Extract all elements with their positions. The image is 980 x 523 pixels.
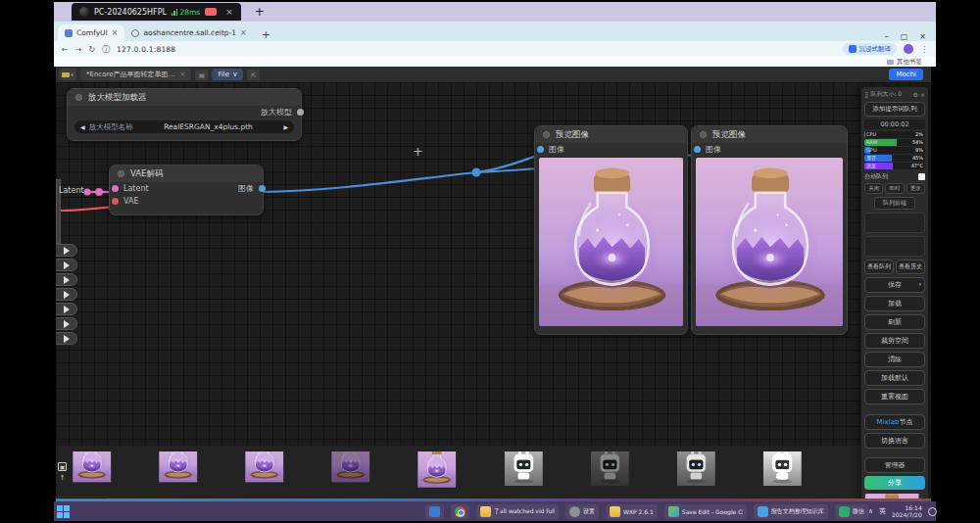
- node-vae-decode[interactable]: VAE解码 Latent VAE 图像: [109, 165, 264, 215]
- load-button[interactable]: 加载: [864, 296, 925, 311]
- reload-icon[interactable]: ↻: [88, 45, 95, 54]
- input-slot-icon[interactable]: [537, 146, 544, 153]
- feed-thumbnail[interactable]: [760, 452, 813, 493]
- mixlab-nodes-button[interactable]: Mixlab节点: [864, 414, 925, 430]
- collapse-dot-icon[interactable]: [700, 131, 707, 138]
- input-slot-icon[interactable]: [694, 146, 701, 153]
- collapse-dot-icon[interactable]: [543, 131, 550, 138]
- url-text[interactable]: 127.0.0.1:8188: [117, 45, 175, 54]
- gear-icon[interactable]: ⚙: [913, 91, 918, 98]
- output-slot-icon[interactable]: [259, 185, 266, 192]
- start-button[interactable]: [57, 505, 70, 518]
- queue-prompt-button[interactable]: 添加提示词队列: [864, 102, 925, 117]
- feed-thumbnail[interactable]: [243, 452, 296, 493]
- feed-thumbnail[interactable]: [588, 452, 641, 493]
- workspace-folder-button[interactable]: ▾: [59, 69, 76, 80]
- taskbar-item-app[interactable]: [425, 504, 444, 519]
- site-info-icon[interactable]: ⓘ: [102, 44, 110, 55]
- workflow-tab[interactable]: *Encore产品早图转定单图… ×: [80, 69, 191, 80]
- widget-stub[interactable]: [56, 317, 77, 330]
- view-queue-button[interactable]: 查看队列: [864, 260, 894, 274]
- window-close-button[interactable]: ×: [919, 32, 926, 41]
- remote-tab-close-icon[interactable]: ×: [225, 7, 233, 17]
- widget-stub[interactable]: [56, 273, 77, 286]
- taskbar-item-docs[interactable]: 报告文档整理知识库: [754, 504, 828, 519]
- browser-new-tab-button[interactable]: +: [262, 28, 270, 41]
- taskbar-item-wechat[interactable]: 微信: [835, 504, 868, 519]
- auto-queue-mode-off[interactable]: 关闭: [864, 183, 883, 194]
- remote-new-tab-button[interactable]: +: [255, 5, 265, 19]
- auto-queue-mode-instant[interactable]: 即时: [885, 183, 904, 194]
- input-slot-icon[interactable]: [112, 185, 119, 192]
- model-name-widget[interactable]: ◀ 放大模型名称 RealESRGAN_x4plus.pth ▶: [74, 120, 294, 133]
- taskbar-item-settings[interactable]: 设置: [565, 504, 599, 519]
- workflow-tab-close-icon[interactable]: ×: [180, 71, 186, 78]
- tray-expand-icon[interactable]: ∧: [868, 507, 873, 515]
- bookmark-icon[interactable]: ▤: [195, 70, 208, 80]
- widget-stub[interactable]: [56, 244, 77, 257]
- taskbar-item-wxp[interactable]: WXP 2.6.1: [606, 504, 658, 519]
- file-menu-button[interactable]: File∨: [212, 69, 243, 80]
- refresh-button[interactable]: 刷新: [864, 314, 925, 330]
- forward-icon[interactable]: →: [75, 45, 82, 54]
- node-upscale-model-loader[interactable]: 放大模型加载器 放大模型 ◀ 放大模型名称 RealESRGAN_x4plus.…: [67, 88, 302, 141]
- browser-menu-icon[interactable]: ⋮: [920, 45, 928, 54]
- clear-button[interactable]: 清除: [864, 352, 925, 367]
- taskbar-item-save-edit[interactable]: Save Edit - Google Chro...: [664, 504, 747, 519]
- taskbar-clock[interactable]: 16:14 2024/7/20: [892, 504, 922, 519]
- node-preview-image-1[interactable]: 预览图像 图像: [534, 125, 688, 335]
- extension-pill[interactable]: 沉浸式翻译: [843, 43, 898, 55]
- other-bookmarks-button[interactable]: 其他书签: [887, 58, 936, 67]
- switch-language-button[interactable]: 切换语言: [864, 433, 925, 449]
- widget-stub[interactable]: [56, 259, 77, 271]
- feed-thumbnail[interactable]: [71, 452, 123, 493]
- feed-thumbnail[interactable]: [674, 452, 727, 493]
- collapse-dot-icon[interactable]: [75, 94, 82, 101]
- auto-queue-checkbox[interactable]: [918, 173, 925, 180]
- widget-stub[interactable]: [56, 288, 77, 301]
- mochi-button[interactable]: Mochi: [889, 69, 923, 80]
- next-arrow-icon[interactable]: ▶: [283, 123, 288, 130]
- feed-thumbnail[interactable]: [329, 452, 382, 493]
- view-history-button[interactable]: 查看历史: [896, 260, 925, 274]
- widget-stub[interactable]: [56, 332, 77, 345]
- feed-arrow-icon[interactable]: ↑: [58, 474, 67, 482]
- queue-front-button[interactable]: 队列前端: [874, 197, 915, 210]
- feed-thumbnail[interactable]: [157, 452, 210, 493]
- window-maximize-button[interactable]: ▢: [901, 32, 908, 41]
- feed-thumbnail[interactable]: [416, 452, 468, 493]
- extension-avatar-icon[interactable]: [904, 44, 913, 54]
- prev-arrow-icon[interactable]: ◀: [80, 123, 85, 130]
- preview-image[interactable]: [696, 158, 843, 326]
- window-minimize-button[interactable]: –: [885, 32, 889, 41]
- save-button[interactable]: 保存▾: [864, 277, 925, 293]
- output-slot-icon[interactable]: [297, 109, 304, 116]
- clipspace-button[interactable]: 裁剪空间: [864, 333, 925, 349]
- input-slot-icon[interactable]: [112, 198, 119, 205]
- widget-stub[interactable]: [56, 303, 77, 315]
- auto-queue-mode-change[interactable]: 更改: [906, 183, 925, 194]
- remote-session-tab[interactable]: PC-20240625HFPL 28ms ×: [72, 3, 241, 21]
- load-default-button[interactable]: 加载默认: [864, 370, 925, 386]
- tab-second[interactable]: aoshancentre.sall.celtp-1 ×: [124, 24, 253, 41]
- node-preview-image-2[interactable]: 预览图像 图像: [691, 125, 848, 335]
- node-canvas[interactable]: 放大模型加载器 放大模型 ◀ 放大模型名称 RealESRGAN_x4plus.…: [56, 82, 931, 499]
- close-icon[interactable]: ×: [920, 91, 925, 98]
- drag-handle-icon[interactable]: ⣿: [864, 91, 868, 98]
- feed-thumbnail[interactable]: [502, 452, 555, 493]
- export-icon[interactable]: ⇱: [247, 70, 260, 80]
- reset-view-button[interactable]: 重置视图: [864, 389, 925, 404]
- input-language-indicator[interactable]: 英: [879, 506, 886, 516]
- collapse-dot-icon[interactable]: [118, 170, 124, 177]
- back-icon[interactable]: ←: [62, 45, 69, 54]
- preview-image[interactable]: [539, 158, 683, 326]
- taskbar-item-folder[interactable]: 了all watched vid full work: [476, 504, 559, 519]
- share-button[interactable]: 分享: [864, 476, 925, 490]
- taskbar-item-chrome[interactable]: [451, 504, 469, 519]
- tab-close-icon[interactable]: ×: [240, 28, 247, 37]
- notification-bell-icon[interactable]: [928, 507, 937, 516]
- manager-button[interactable]: 管理器: [864, 457, 925, 473]
- tab-comfyui[interactable]: ComfyUI ×: [58, 24, 124, 41]
- feed-toggle-icon[interactable]: ▣: [58, 462, 67, 471]
- tab-close-icon[interactable]: ×: [112, 28, 119, 37]
